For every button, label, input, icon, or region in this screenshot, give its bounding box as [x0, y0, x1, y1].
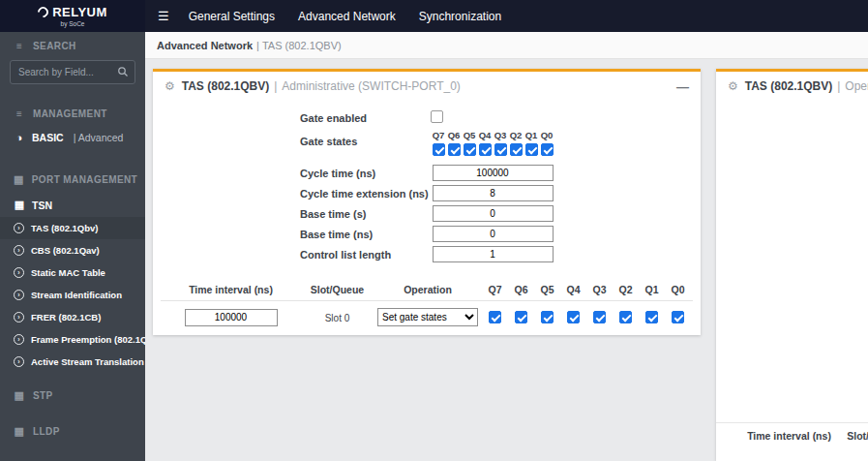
- operative-card-separator: |: [837, 79, 840, 93]
- search-icon[interactable]: [117, 66, 129, 77]
- gate-state-q2-checkbox[interactable]: [510, 143, 523, 156]
- tas-label: TAS (802.1Qbv): [31, 223, 99, 233]
- gate-enabled-label: Gate enabled: [300, 112, 431, 124]
- gate-state-q0-checkbox[interactable]: [541, 143, 554, 156]
- row-q6-checkbox[interactable]: [515, 311, 527, 323]
- control-list-table: Time interval (ns) Slot/Queue Operation …: [161, 284, 693, 326]
- admin-form: Gate enabled Gate states Q7 Q6 Q5 Q4 Q3 …: [153, 99, 701, 264]
- q7-label: Q7: [431, 130, 446, 140]
- sidebar-section-port-management[interactable]: ▦ PORT MANAGEMENT: [0, 165, 145, 193]
- cycle-time-input[interactable]: [433, 165, 554, 181]
- sidebar-lldp-header: LLDP: [33, 426, 60, 437]
- cycle-time-row: Cycle time (ns): [153, 163, 701, 183]
- sidebar-section-stp[interactable]: ▦ STP: [0, 381, 145, 409]
- q2-column-header: Q2: [613, 284, 639, 295]
- row-time-interval-input[interactable]: [185, 309, 278, 326]
- operation-select[interactable]: Set gate states: [377, 308, 478, 326]
- sidebar-item-basic-advanced[interactable]: ◑ BASIC | Advanced: [0, 126, 145, 149]
- admin-card-title: TAS (802.1QBV): [182, 79, 269, 93]
- sidebar-item-cbs[interactable]: › CBS (802.1Qav): [0, 239, 145, 261]
- gate-state-q1-checkbox[interactable]: [525, 143, 538, 156]
- gate-enabled-checkbox[interactable]: [431, 110, 443, 123]
- row-q2-checkbox[interactable]: [619, 311, 632, 323]
- cbs-label: CBS (802.1Qav): [31, 245, 100, 256]
- operative-time-interval-header: Time interval (ns): [733, 430, 845, 442]
- breadcrumb-section[interactable]: Advanced Network: [157, 40, 253, 51]
- sidebar-search-box: [10, 60, 135, 84]
- search-section-icon: ≡: [14, 41, 25, 51]
- chevron-right-icon: ›: [14, 267, 24, 278]
- sidebar-item-frer[interactable]: › FRER (802.1CB): [0, 306, 145, 328]
- chevron-right-icon: ›: [14, 290, 24, 300]
- cycle-time-extension-input[interactable]: [433, 185, 554, 201]
- gate-states-row: Gate states Q7 Q6 Q5 Q4 Q3 Q2 Q1 Q0: [153, 128, 701, 163]
- time-interval-header: Time interval (ns): [161, 284, 301, 295]
- gate-state-q4-checkbox[interactable]: [479, 143, 492, 156]
- q4-column-header: Q4: [560, 284, 586, 295]
- tas-administrative-card: ⚙ TAS (802.1QBV) | Administrative (SWITC…: [153, 69, 701, 335]
- control-list-length-input[interactable]: [433, 246, 554, 262]
- port-management-section-icon: ▦: [14, 173, 24, 186]
- sidebar-item-tsn[interactable]: ▦ TSN: [0, 193, 145, 217]
- row-q1-checkbox[interactable]: [645, 311, 658, 323]
- brand-logo[interactable]: RELYUM by SoCe: [0, 0, 145, 32]
- q6-label: Q6: [446, 130, 462, 140]
- nav-synchronization[interactable]: Synchronization: [419, 10, 501, 23]
- row-q3-checkbox[interactable]: [593, 311, 606, 323]
- operative-table-header: Time interval (ns) Slot/Queue: [716, 422, 868, 442]
- gear-icon: ⚙: [165, 79, 175, 93]
- lldp-section-icon: ▦: [14, 425, 25, 438]
- menu-toggle-icon[interactable]: ☰: [158, 9, 169, 23]
- stp-section-icon: ▦: [14, 389, 25, 402]
- gate-state-q7-checkbox[interactable]: [433, 143, 445, 156]
- q0-label: Q0: [539, 130, 554, 140]
- q5-column-header: Q5: [534, 284, 560, 295]
- queue-labels: Q7 Q6 Q5 Q4 Q3 Q2 Q1 Q0: [431, 130, 554, 140]
- control-list-table-header: Time interval (ns) Slot/Queue Operation …: [161, 284, 693, 301]
- nav-advanced-network[interactable]: Advanced Network: [298, 10, 396, 23]
- base-time-ns-label: Base time (ns): [300, 229, 431, 240]
- q5-label: Q5: [462, 130, 477, 140]
- breadcrumb-separator: |: [256, 40, 259, 51]
- sidebar-item-tas[interactable]: › TAS (802.1Qbv): [0, 217, 145, 239]
- sidebar-item-frame-preemption[interactable]: › Frame Preemption (802.1Qbu): [0, 328, 145, 351]
- cycle-time-extension-row: Cycle time extension (ns): [153, 183, 701, 203]
- sidebar-search-header: SEARCH: [33, 41, 76, 51]
- sidebar-section-management[interactable]: ≡ MANAGEMENT: [0, 100, 145, 126]
- q1-column-header: Q1: [639, 284, 665, 295]
- sidebar-management-header: MANAGEMENT: [33, 108, 107, 119]
- sidebar-port-management-header: PORT MANAGEMENT: [32, 174, 137, 185]
- basic-label: BASIC: [32, 132, 64, 143]
- collapse-icon[interactable]: —: [676, 80, 689, 93]
- q1-label: Q1: [524, 130, 539, 140]
- admin-card-subtitle: Administrative (SWITCH-PORT_0): [282, 79, 460, 93]
- base-time-s-input[interactable]: [433, 205, 554, 222]
- sidebar-item-static-mac-table[interactable]: › Static MAC Table: [0, 261, 145, 284]
- sidebar-section-search[interactable]: ≡ SEARCH: [0, 32, 145, 58]
- row-q5-checkbox[interactable]: [541, 311, 554, 323]
- q3-column-header: Q3: [586, 284, 613, 295]
- control-list-length-label: Control list length: [300, 249, 431, 261]
- base-time-ns-input[interactable]: [433, 226, 554, 242]
- sidebar-item-stream-identification[interactable]: › Stream Identification: [0, 284, 145, 306]
- frame-preemption-label: Frame Preemption (802.1Qbu): [31, 334, 145, 345]
- q0-column-header: Q0: [665, 284, 691, 295]
- base-time-s-row: Base time (s): [153, 203, 701, 224]
- gate-state-q5-checkbox[interactable]: [464, 143, 476, 156]
- row-q0-checkbox[interactable]: [672, 311, 684, 323]
- control-list-row: Slot 0 Set gate states: [161, 307, 693, 326]
- tas-operative-card: ⚙ TAS (802.1QBV) | Operative (SWITCH-POR…: [716, 69, 868, 461]
- row-q4-checkbox[interactable]: [567, 311, 580, 323]
- cycle-time-extension-label: Cycle time extension (ns): [300, 188, 431, 200]
- sidebar-item-active-stream-translation[interactable]: › Active Stream Translation: [0, 351, 145, 373]
- gate-state-q3-checkbox[interactable]: [494, 143, 507, 156]
- sidebar-section-lldp[interactable]: ▦ LLDP: [0, 416, 145, 445]
- top-nav: General Settings Advanced Network Synchr…: [189, 10, 502, 23]
- advanced-label: | Advanced: [74, 132, 124, 143]
- q2-label: Q2: [508, 130, 524, 140]
- nav-general-settings[interactable]: General Settings: [189, 10, 275, 23]
- row-q7-checkbox[interactable]: [489, 311, 501, 323]
- basic-mode-icon: ◑: [14, 132, 25, 143]
- gate-state-q6-checkbox[interactable]: [448, 143, 461, 156]
- row-slot-value: Slot 0: [325, 313, 350, 323]
